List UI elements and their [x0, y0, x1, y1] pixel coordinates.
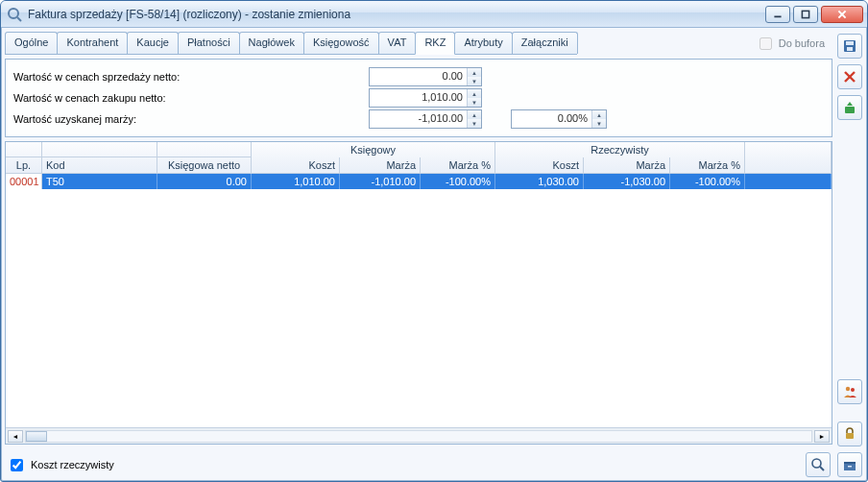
spinner-down[interactable]: ▼ [468, 98, 481, 107]
cell-kn: 0.00 [157, 174, 252, 189]
svg-line-7 [820, 467, 824, 470]
app-window: Faktura sprzedaży [FS-58/14] (rozliczony… [0, 0, 868, 482]
field-marza-pct[interactable]: 0.00% ▲▼ [511, 109, 607, 129]
grid-group-ksiegowy: Księgowy [252, 142, 495, 157]
data-grid[interactable]: Księgowy Rzeczywisty Lp. Kod Księgowa ne… [5, 141, 832, 445]
tab-księgowość[interactable]: Księgowość [303, 32, 379, 54]
export-button[interactable] [837, 95, 862, 120]
grid-scrollbar[interactable]: ◄ ► [6, 427, 832, 444]
main-pane: OgólneKontrahentKaucjePłatnościNagłówekK… [5, 32, 832, 477]
archive-button[interactable] [837, 452, 862, 477]
magnifier-button[interactable] [806, 452, 831, 477]
tab-rkz[interactable]: RKZ [415, 32, 455, 55]
maximize-button[interactable] [793, 6, 818, 23]
action-sidebar [836, 32, 863, 477]
tab-kaucje[interactable]: Kaucje [127, 32, 179, 54]
window-title: Faktura sprzedaży [FS-58/14] (rozliczony… [28, 8, 760, 21]
svg-rect-3 [802, 11, 808, 17]
grid-header-lp[interactable]: Lp. [6, 157, 42, 173]
label-netto-sprz: Wartość w cenach sprzedaży netto: [13, 71, 369, 83]
grid-header-koszt1[interactable]: Koszt [252, 157, 340, 173]
cell-r-marza-pct: -100.00% [670, 174, 745, 189]
grid-header-kod[interactable]: Kod [42, 157, 157, 173]
spinner-up[interactable]: ▲ [592, 110, 606, 119]
svg-rect-19 [848, 466, 852, 468]
tab-płatności[interactable]: Płatności [178, 32, 240, 54]
tab-ogólne[interactable]: Ogólne [5, 32, 58, 54]
scroll-track[interactable] [25, 430, 812, 443]
svg-line-1 [17, 17, 21, 21]
label-netto-zakup: Wartość w cenach zakupu netto: [13, 92, 369, 104]
lock-button[interactable] [837, 422, 862, 446]
save-button[interactable] [837, 34, 862, 59]
scroll-left[interactable]: ◄ [8, 430, 23, 443]
svg-rect-18 [844, 462, 856, 464]
grid-header: Księgowy Rzeczywisty Lp. Kod Księgowa ne… [6, 142, 832, 174]
grid-body[interactable]: 00001T500.001,010.00-1,010.00-100.00%1,0… [6, 174, 832, 427]
table-row[interactable]: 00001T500.001,010.00-1,010.00-100.00%1,0… [6, 174, 832, 189]
window-buttons [765, 6, 863, 23]
real-cost-checkbox[interactable]: Koszt rzeczywisty [7, 456, 114, 474]
svg-rect-16 [846, 433, 854, 439]
scroll-right[interactable]: ► [814, 430, 830, 443]
svg-point-6 [812, 459, 821, 468]
buffer-checkbox[interactable]: Do bufora [756, 35, 832, 53]
svg-point-0 [9, 9, 18, 18]
grid-header-marzapct1[interactable]: Marża % [421, 157, 495, 173]
field-netto-sprz[interactable]: 0.00 ▲▼ [369, 67, 482, 86]
cell-k-marza-pct: -100.00% [421, 174, 495, 189]
grid-header-koszt2[interactable]: Koszt [495, 157, 584, 173]
svg-rect-13 [845, 107, 855, 113]
tab-vat[interactable]: VAT [378, 32, 417, 54]
cell-r-koszt: 1,030.00 [495, 174, 584, 189]
cell-kod: T50 [42, 174, 157, 189]
spinner-down[interactable]: ▼ [592, 119, 606, 128]
tabs-row: OgólneKontrahentKaucjePłatnościNagłówekK… [5, 32, 832, 55]
cell-lp: 00001 [6, 174, 42, 189]
grid-header-marza2[interactable]: Marża [584, 157, 670, 173]
real-cost-label: Koszt rzeczywisty [31, 459, 114, 470]
grid-header-marza1[interactable]: Marża [340, 157, 421, 173]
spinner-up[interactable]: ▲ [468, 68, 481, 77]
client-area: OgólneKontrahentKaucjePłatnościNagłówekK… [1, 28, 867, 481]
grid-group-rzeczywisty: Rzeczywisty [495, 142, 745, 157]
spinner-up[interactable]: ▲ [468, 89, 481, 98]
close-button[interactable] [821, 6, 863, 23]
svg-rect-10 [847, 47, 853, 51]
buffer-label: Do bufora [779, 37, 825, 49]
svg-point-15 [851, 388, 855, 392]
tab-kontrahent[interactable]: Kontrahent [57, 32, 128, 54]
svg-point-14 [846, 387, 850, 391]
buffer-checkbox-input[interactable] [760, 37, 772, 50]
minimize-button[interactable] [765, 6, 790, 23]
field-marza[interactable]: -1,010.00 ▲▼ [369, 109, 482, 129]
tab-nagłówek[interactable]: Nagłówek [239, 32, 304, 54]
bottom-bar: Koszt rzeczywisty [5, 448, 832, 477]
cancel-button[interactable] [837, 64, 862, 89]
tab-atrybuty[interactable]: Atrybuty [454, 32, 512, 54]
summary-panel: Wartość w cenach sprzedaży netto: 0.00 ▲… [5, 59, 832, 137]
cell-r-marza: -1,030.00 [584, 174, 670, 189]
grid-header-kn[interactable]: Księgowa netto [157, 157, 252, 173]
spinner-up[interactable]: ▲ [468, 110, 481, 119]
titlebar: Faktura sprzedaży [FS-58/14] (rozliczony… [1, 1, 867, 28]
spinner-down[interactable]: ▼ [468, 77, 481, 85]
real-cost-checkbox-input[interactable] [11, 459, 23, 471]
tab-załączniki[interactable]: Załączniki [512, 32, 578, 54]
grid-header-marzapct2[interactable]: Marża % [670, 157, 745, 173]
field-netto-zakup[interactable]: 1,010.00 ▲▼ [369, 88, 482, 108]
scroll-thumb[interactable] [26, 431, 47, 442]
label-marza: Wartość uzyskanej marży: [13, 113, 369, 125]
spinner-down[interactable]: ▼ [468, 119, 481, 128]
tab-strip: OgólneKontrahentKaucjePłatnościNagłówekK… [5, 32, 577, 55]
cell-k-marza: -1,010.00 [340, 174, 421, 189]
users-button[interactable] [837, 379, 862, 404]
cell-k-koszt: 1,010.00 [252, 174, 340, 189]
svg-rect-9 [846, 41, 854, 45]
app-icon [7, 7, 22, 22]
